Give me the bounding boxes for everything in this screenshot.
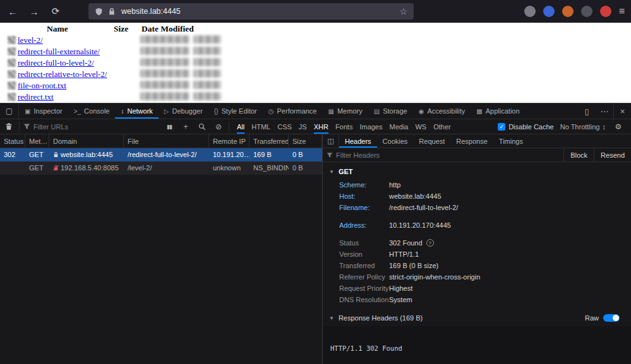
network-settings-gear-icon[interactable]: ⚙ bbox=[612, 122, 625, 131]
summary-label: Referrer Policy bbox=[339, 273, 389, 281]
raw-toggle[interactable] bbox=[603, 314, 620, 322]
filter-html[interactable]: HTML bbox=[251, 119, 270, 134]
shield-icon[interactable] bbox=[95, 8, 103, 16]
disable-cache-checkbox[interactable]: ✓ Disable Cache bbox=[498, 123, 554, 131]
list-item: redirect-relative-to-level-2/ bbox=[8, 68, 631, 79]
directory-link[interactable]: level-2/ bbox=[18, 35, 43, 45]
tab-performance[interactable]: ◷Performance bbox=[263, 103, 323, 119]
col-status[interactable]: Status bbox=[0, 134, 25, 148]
filter-urls-input[interactable] bbox=[33, 123, 141, 131]
tab-storage[interactable]: ▤Storage bbox=[368, 103, 413, 119]
extension-icon[interactable] bbox=[600, 6, 611, 17]
hamburger-menu-icon[interactable]: ≡ bbox=[619, 6, 625, 17]
tab-label: Storage bbox=[383, 107, 407, 115]
lock-icon[interactable] bbox=[108, 8, 116, 16]
request-row-selected[interactable]: 302 GET website.lab:4445 /redirect-full-… bbox=[0, 148, 322, 161]
filter-xhr[interactable]: XHR bbox=[314, 119, 328, 134]
directory-link[interactable]: redirect-full-to-level-2/ bbox=[18, 58, 94, 68]
filter-js[interactable]: JS bbox=[299, 119, 307, 134]
tab-request[interactable]: Request bbox=[413, 134, 450, 148]
reload-icon[interactable]: ⟳ bbox=[49, 6, 62, 17]
summary-label: Host: bbox=[339, 192, 389, 200]
folder-icon bbox=[8, 36, 16, 44]
tab-style-editor[interactable]: {}Style Editor bbox=[208, 103, 263, 119]
extension-icon[interactable] bbox=[581, 6, 592, 17]
filter-media[interactable]: Media bbox=[389, 119, 408, 134]
checkbox-checked-icon: ✓ bbox=[498, 123, 505, 131]
col-transferred[interactable]: Transferred bbox=[249, 134, 289, 148]
file-cell: /level-2/ bbox=[124, 161, 209, 175]
list-item: level-2/ bbox=[8, 34, 631, 45]
col-size[interactable]: Size bbox=[289, 134, 322, 148]
col-file[interactable]: File bbox=[124, 134, 209, 148]
status-cell: 302 bbox=[0, 148, 25, 161]
list-item: redirect.txt bbox=[8, 91, 631, 102]
details-pane-icon[interactable]: ◫ bbox=[323, 134, 339, 148]
directory-link[interactable]: redirect-full-externalsite/ bbox=[18, 47, 100, 56]
request-summary-section[interactable]: ▼ GET bbox=[323, 166, 631, 177]
responsive-design-icon[interactable]: ▯ bbox=[578, 103, 596, 119]
filter-css[interactable]: CSS bbox=[277, 119, 292, 134]
response-headers-section[interactable]: ▼ Response Headers (169 B) Raw bbox=[323, 312, 631, 324]
col-domain[interactable]: Domain bbox=[49, 134, 124, 148]
domain-cell: 192.168.5.40:8085 bbox=[49, 161, 124, 175]
col-method[interactable]: Met… bbox=[25, 134, 49, 148]
tab-network[interactable]: ↕Network bbox=[115, 103, 158, 119]
search-icon[interactable] bbox=[196, 123, 208, 131]
remote-ip-cell: unknown bbox=[209, 161, 249, 175]
directory-link[interactable]: redirect-relative-to-level-2/ bbox=[18, 69, 107, 79]
browser-extensions-area: ≡ bbox=[524, 6, 625, 17]
filter-fonts[interactable]: Fonts bbox=[335, 119, 353, 134]
add-request-icon[interactable]: + bbox=[179, 122, 192, 131]
tab-memory[interactable]: ▦Memory bbox=[323, 103, 368, 119]
details-tabbar: ◫ Headers Cookies Request Response Timin… bbox=[323, 134, 631, 148]
throttling-dropdown[interactable]: No Throttling ↕ bbox=[560, 123, 606, 131]
summary-value: /redirect-full-to-level-2/ bbox=[389, 204, 631, 211]
meatball-menu-icon[interactable]: ⋯ bbox=[596, 103, 613, 119]
close-devtools-icon[interactable]: × bbox=[613, 103, 631, 119]
tab-inspector[interactable]: ▣Inspector bbox=[19, 103, 68, 119]
pause-icon[interactable]: ▮▮ bbox=[163, 124, 176, 130]
tab-debugger[interactable]: ▷Debugger bbox=[159, 103, 208, 119]
raw-headers-block[interactable]: HTTP/1.1 302 Found accept-ranges: bytes … bbox=[323, 326, 631, 364]
insecure-lock-icon bbox=[53, 162, 59, 175]
account-icon[interactable] bbox=[524, 6, 536, 17]
filter-headers-row: Block Resend bbox=[323, 148, 631, 162]
extension-icon[interactable] bbox=[562, 6, 574, 17]
filter-urls-field[interactable] bbox=[23, 123, 159, 131]
url-text[interactable]: website.lab:4445 bbox=[121, 7, 394, 16]
file-link[interactable]: redirect.txt bbox=[18, 92, 54, 102]
block-button[interactable]: Block bbox=[563, 148, 594, 161]
url-bar[interactable]: website.lab:4445 ☆ bbox=[88, 3, 414, 20]
file-link[interactable]: file-on-root.txt bbox=[18, 81, 66, 90]
filter-all[interactable]: All bbox=[237, 119, 244, 134]
filter-images[interactable]: Images bbox=[359, 119, 382, 134]
pick-element-icon[interactable]: ▢ bbox=[0, 103, 19, 119]
request-type-filters: All HTML CSS JS XHR Fonts Images Media W… bbox=[233, 119, 455, 134]
forward-icon[interactable]: → bbox=[28, 6, 40, 17]
tab-application[interactable]: ▩Application bbox=[471, 103, 525, 119]
tab-accessibility[interactable]: ◉Accessibility bbox=[413, 103, 471, 119]
resend-button[interactable]: Resend bbox=[594, 148, 631, 161]
tab-response[interactable]: Response bbox=[450, 134, 493, 148]
extension-icon[interactable] bbox=[543, 6, 555, 17]
tab-console[interactable]: >_Console bbox=[68, 103, 116, 119]
block-request-icon[interactable]: ⊘ bbox=[212, 122, 225, 131]
help-icon[interactable]: ? bbox=[426, 239, 434, 247]
tab-cookies[interactable]: Cookies bbox=[377, 134, 414, 148]
listing-header: Name Size Date Modified bbox=[8, 24, 631, 34]
summary-label: Request Priority bbox=[339, 285, 389, 292]
headers-content: ▼ GET Scheme: http Host: website.lab:444… bbox=[323, 162, 631, 364]
filter-ws[interactable]: WS bbox=[415, 119, 426, 134]
back-icon[interactable]: ← bbox=[6, 6, 19, 17]
request-row[interactable]: GET 192.168.5.40:8085 /level-2/ unknown … bbox=[0, 161, 322, 175]
raw-header-line: HTTP/1.1 302 Found bbox=[330, 345, 626, 353]
redacted-date bbox=[193, 35, 221, 44]
tab-timings[interactable]: Timings bbox=[493, 134, 529, 148]
tab-headers[interactable]: Headers bbox=[339, 134, 377, 148]
col-remote-ip[interactable]: Remote IP bbox=[209, 134, 249, 148]
bookmark-star-icon[interactable]: ☆ bbox=[399, 6, 407, 16]
clear-requests-icon[interactable] bbox=[3, 122, 15, 131]
filter-other[interactable]: Other bbox=[433, 119, 451, 134]
filter-headers-input[interactable] bbox=[336, 151, 560, 159]
